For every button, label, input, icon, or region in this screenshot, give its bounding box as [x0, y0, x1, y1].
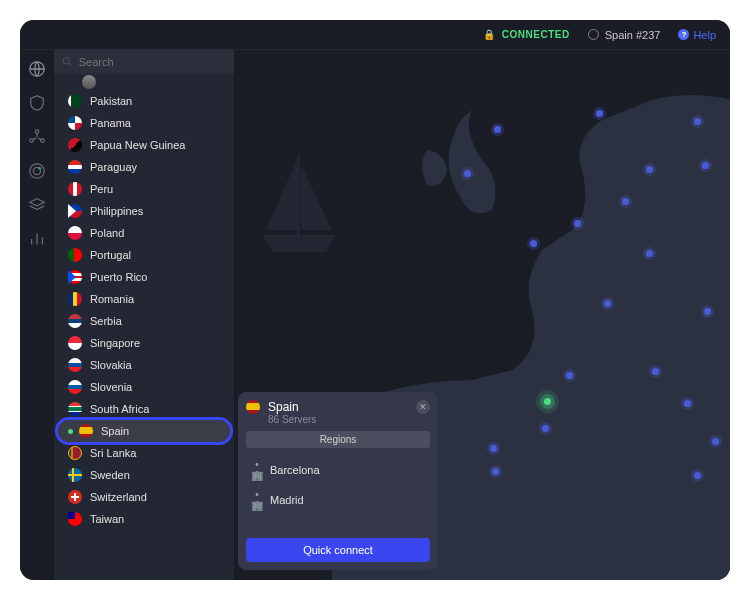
flag-icon: [68, 116, 82, 130]
flag-icon: [68, 512, 82, 526]
country-name-label: Panama: [90, 117, 131, 129]
country-name-label: Sweden: [90, 469, 130, 481]
map-node[interactable]: [464, 170, 471, 177]
map-node[interactable]: [596, 110, 603, 117]
country-item-puerto-rico[interactable]: Puerto Rico: [54, 266, 234, 288]
flag-icon: [68, 94, 82, 108]
map-node[interactable]: [702, 162, 709, 169]
flag-icon: [68, 248, 82, 262]
map-node[interactable]: [492, 468, 499, 475]
svg-rect-8: [297, 155, 300, 245]
lock-icon: 🔒: [483, 29, 496, 40]
city-list: •🏢Barcelona•🏢Madrid: [246, 454, 430, 532]
country-item-romania[interactable]: Romania: [54, 288, 234, 310]
popup-close-button[interactable]: ✕: [416, 400, 430, 414]
country-item-singapore[interactable]: Singapore: [54, 332, 234, 354]
map-node[interactable]: [652, 368, 659, 375]
flag-icon: [68, 402, 82, 416]
globe-icon: [588, 29, 599, 40]
city-item-madrid[interactable]: •🏢Madrid: [246, 486, 430, 514]
popup-server-count: 86 Servers: [268, 414, 316, 425]
server-label: Spain #237: [605, 29, 661, 41]
app-window: 🔒 CONNECTED Spain #237 ? Help: [20, 20, 730, 580]
country-item-portugal[interactable]: Portugal: [54, 244, 234, 266]
map-node[interactable]: [530, 240, 537, 247]
connected-dot-icon: [68, 429, 73, 434]
search-icon: [62, 56, 73, 68]
country-popup: Spain 86 Servers ✕ Regions •🏢Barcelona•🏢…: [238, 392, 438, 570]
header-bar: 🔒 CONNECTED Spain #237 ? Help: [20, 20, 730, 50]
flag-icon: [68, 468, 82, 482]
country-item-serbia[interactable]: Serbia: [54, 310, 234, 332]
map-node[interactable]: [694, 472, 701, 479]
quick-connect-button[interactable]: Quick connect: [246, 538, 430, 562]
help-text: Help: [693, 29, 716, 41]
country-name-label: Slovenia: [90, 381, 132, 393]
country-item-sweden[interactable]: Sweden: [54, 464, 234, 486]
country-item-philippines[interactable]: Philippines: [54, 200, 234, 222]
country-item-spain[interactable]: Spain: [58, 420, 230, 442]
country-name-label: Spain: [101, 425, 129, 437]
help-link[interactable]: ? Help: [678, 29, 716, 41]
flag-icon: [68, 204, 82, 218]
nav-globe-icon[interactable]: [28, 60, 46, 78]
map-node[interactable]: [646, 250, 653, 257]
city-icon: •🏢: [250, 459, 264, 481]
flag-icon: [68, 446, 82, 460]
map-node[interactable]: [684, 400, 691, 407]
country-list[interactable]: PakistanPanamaPapua New GuineaParaguayPe…: [54, 74, 234, 580]
nav-radar-icon[interactable]: [28, 162, 46, 180]
list-item[interactable]: [54, 74, 234, 90]
country-name-label: Puerto Rico: [90, 271, 147, 283]
map-node[interactable]: [490, 445, 497, 452]
nav-layers-icon[interactable]: [28, 196, 46, 214]
country-item-taiwan[interactable]: Taiwan: [54, 508, 234, 530]
map-node[interactable]: [566, 372, 573, 379]
map-node[interactable]: [542, 425, 549, 432]
country-item-peru[interactable]: Peru: [54, 178, 234, 200]
country-item-pakistan[interactable]: Pakistan: [54, 90, 234, 112]
country-item-panama[interactable]: Panama: [54, 112, 234, 134]
nav-mesh-icon[interactable]: [28, 128, 46, 146]
flag-icon: [79, 424, 93, 438]
country-name-label: Philippines: [90, 205, 143, 217]
country-item-switzerland[interactable]: Switzerland: [54, 486, 234, 508]
map-node[interactable]: [622, 198, 629, 205]
flag-icon: [68, 490, 82, 504]
current-server[interactable]: Spain #237: [588, 29, 661, 41]
svg-point-7: [63, 58, 69, 64]
nav-stats-icon[interactable]: [28, 230, 46, 248]
city-label: Madrid: [270, 494, 304, 506]
country-name-label: Peru: [90, 183, 113, 195]
country-name-label: Pakistan: [90, 95, 132, 107]
map-node[interactable]: [712, 438, 719, 445]
map-node-active[interactable]: [544, 398, 551, 405]
country-item-slovakia[interactable]: Slovakia: [54, 354, 234, 376]
flag-icon: [68, 380, 82, 394]
country-item-paraguay[interactable]: Paraguay: [54, 156, 234, 178]
country-item-papua-new-guinea[interactable]: Papua New Guinea: [54, 134, 234, 156]
map-node[interactable]: [646, 166, 653, 173]
country-item-poland[interactable]: Poland: [54, 222, 234, 244]
regions-button[interactable]: Regions: [246, 431, 430, 448]
flag-icon: [68, 292, 82, 306]
sailboat-decoration: [254, 150, 344, 260]
city-item-barcelona[interactable]: •🏢Barcelona: [246, 456, 430, 484]
city-label: Barcelona: [270, 464, 320, 476]
map-node[interactable]: [494, 126, 501, 133]
country-name-label: Paraguay: [90, 161, 137, 173]
nav-shield-icon[interactable]: [28, 94, 46, 112]
flag-icon: [68, 226, 82, 240]
country-name-label: Portugal: [90, 249, 131, 261]
map-node[interactable]: [604, 300, 611, 307]
map-node[interactable]: [704, 308, 711, 315]
map-node[interactable]: [574, 220, 581, 227]
search-input[interactable]: [79, 56, 226, 68]
svg-point-6: [38, 167, 41, 170]
country-item-slovenia[interactable]: Slovenia: [54, 376, 234, 398]
country-item-sri-lanka[interactable]: Sri Lanka: [54, 442, 234, 464]
country-name-label: Sri Lanka: [90, 447, 136, 459]
popup-flag-icon: [246, 400, 260, 414]
map-node[interactable]: [694, 118, 701, 125]
country-item-south-africa[interactable]: South Africa: [54, 398, 234, 420]
